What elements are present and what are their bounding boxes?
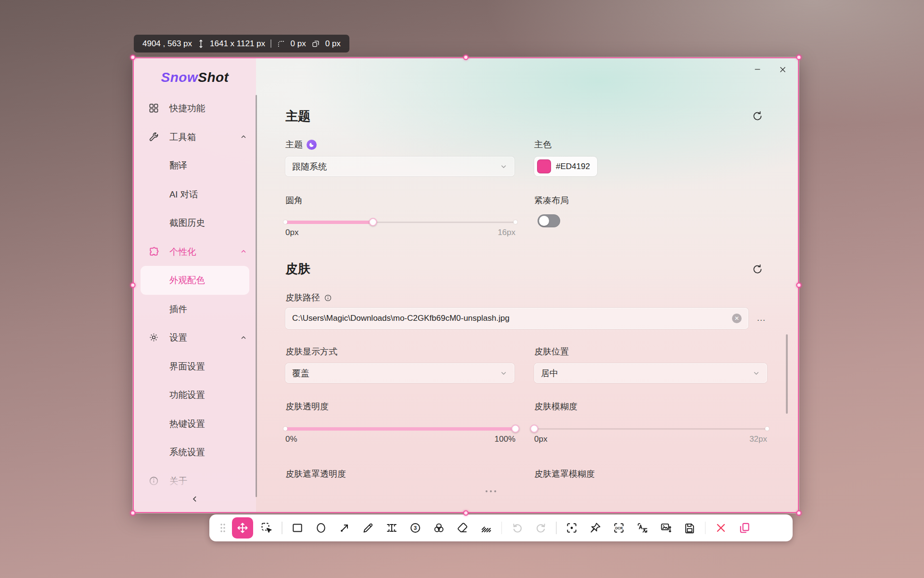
compact-layout-toggle[interactable]: [538, 214, 560, 227]
selection-handle-top-right[interactable]: [796, 55, 802, 60]
selection-handle-top-left[interactable]: [130, 55, 136, 60]
redo-button[interactable]: [529, 517, 552, 539]
slider-start-dot: [283, 220, 287, 224]
sidebar-item-label: AI 对话: [169, 188, 198, 200]
chevron-down-icon: [752, 369, 760, 377]
sidebar-item-toolbox[interactable]: 工具箱: [134, 123, 256, 152]
redo-icon: [535, 522, 547, 534]
selection-handle-bottom-left[interactable]: [130, 511, 136, 516]
close-icon: [779, 66, 787, 74]
selection-handle-mid-right[interactable]: [796, 283, 802, 288]
toolbar-drag-grip[interactable]: [215, 517, 231, 539]
blur-minmax: 0px 32px: [534, 434, 767, 444]
selection-handle-bottom-right[interactable]: [796, 511, 802, 516]
translate-button[interactable]: [631, 517, 654, 539]
ellipse-tool-button[interactable]: [309, 517, 333, 539]
blend-tool-button[interactable]: [427, 517, 451, 539]
text-tool-button[interactable]: [380, 517, 404, 539]
sidebar-item-function-settings[interactable]: 功能设置: [134, 381, 256, 409]
sidebar-item-system-settings[interactable]: 系统设置: [134, 438, 256, 467]
blur-max-label: 32px: [749, 434, 767, 444]
selection-handle-top-center[interactable]: [463, 55, 469, 60]
capture-dimensions: 1641 x 1121 px: [210, 39, 265, 49]
slider-knob[interactable]: [369, 218, 377, 226]
toggle-knob: [539, 216, 549, 226]
select-region-tool-button[interactable]: [255, 517, 278, 539]
capture-info-bar: 4904 , 563 px 1641 x 1121 px 0 px 0 px: [134, 35, 349, 53]
skin-display-select[interactable]: 覆盖: [285, 363, 514, 383]
undo-button[interactable]: [505, 517, 529, 539]
sidebar-item-ai-chat[interactable]: AI 对话: [134, 180, 256, 209]
sidebar-item-quick-functions[interactable]: 快捷功能: [134, 94, 256, 123]
sidebar-item-translate[interactable]: 翻译: [134, 151, 256, 180]
slider-track[interactable]: [534, 428, 767, 430]
eraser-icon: [456, 522, 469, 534]
skin-section-title: 皮肤: [285, 261, 310, 277]
pin-button[interactable]: [584, 517, 607, 539]
browse-file-button[interactable]: …: [754, 311, 769, 325]
radius-label: 圆角: [285, 195, 303, 206]
focus-capture-button[interactable]: [560, 517, 584, 539]
sidebar-item-personalization[interactable]: 个性化: [134, 237, 256, 266]
sidebar-item-plugins[interactable]: 插件: [134, 295, 256, 324]
sidebar-item-appearance[interactable]: 外观配色: [141, 266, 249, 295]
clear-icon[interactable]: ✕: [732, 314, 742, 323]
snowshot-settings-window[interactable]: SnowShot 快捷功能 工具箱 翻译 AI 对话: [133, 57, 799, 513]
eraser-tool-button[interactable]: [451, 517, 475, 539]
skin-reset-button[interactable]: [751, 263, 764, 276]
skin-display-value: 覆盖: [292, 368, 309, 379]
save-button[interactable]: [678, 517, 702, 539]
color-swatch[interactable]: [537, 159, 551, 173]
sidebar-item-label: 翻译: [169, 159, 187, 171]
divider: [270, 39, 271, 48]
move-tool-button[interactable]: [232, 517, 253, 539]
radius-slider[interactable]: [285, 218, 515, 226]
slider-knob[interactable]: [530, 425, 539, 433]
pen-tool-button[interactable]: [357, 517, 380, 539]
copy-button[interactable]: [732, 517, 756, 539]
serial-number-tool-button[interactable]: 3: [404, 517, 427, 539]
scroll-more-indicator: [486, 490, 496, 492]
sidebar-item-label: 工具箱: [169, 131, 196, 143]
shadow-value: 0 px: [325, 39, 341, 49]
selection-handle-mid-left[interactable]: [130, 283, 136, 288]
theme-select[interactable]: 跟随系统: [285, 157, 514, 176]
skin-opacity-slider[interactable]: [285, 424, 515, 433]
arrow-tool-button[interactable]: [333, 517, 357, 539]
sidebar-collapse-button[interactable]: [188, 492, 202, 506]
logo-snow: Snow: [161, 70, 198, 85]
sidebar-item-label: 个性化: [169, 246, 196, 258]
capture-position: 4904 , 563 px: [142, 39, 192, 49]
selection-handle-bottom-center[interactable]: [463, 511, 469, 516]
opacity-max-label: 100%: [495, 434, 515, 444]
skin-path-input[interactable]: C:\Users\Magic\Downloads\mo-C2GKfb69cM0-…: [285, 308, 748, 329]
hatch-tool-button[interactable]: [475, 517, 498, 539]
sidebar-item-hotkey-settings[interactable]: 热键设置: [134, 409, 256, 438]
app-logo: SnowShot: [134, 70, 256, 85]
scroll-capture-button[interactable]: [654, 517, 678, 539]
annotation-toolbar: 3 OCR: [209, 514, 793, 541]
dark-mode-moon-icon[interactable]: [307, 140, 317, 150]
primary-color-picker[interactable]: #ED4192: [534, 157, 597, 176]
gear-icon: [147, 331, 160, 344]
sidebar-item-label: 插件: [169, 303, 187, 315]
theme-reset-button[interactable]: [751, 109, 764, 123]
skin-position-select[interactable]: 居中: [534, 363, 767, 383]
sidebar-item-interface-settings[interactable]: 界面设置: [134, 352, 256, 381]
wrench-icon: [147, 131, 160, 143]
sidebar-item-settings[interactable]: 设置: [134, 323, 256, 352]
move-icon: [236, 522, 249, 534]
cancel-button[interactable]: [709, 517, 732, 539]
minimize-button[interactable]: [750, 62, 765, 77]
content-scrollbar[interactable]: [786, 334, 788, 414]
sidebar-item-screenshot-history[interactable]: 截图历史: [134, 209, 256, 237]
sidebar-scrollbar[interactable]: [256, 95, 257, 497]
ocr-button[interactable]: OCR: [607, 517, 631, 539]
rectangle-tool-button[interactable]: [286, 517, 309, 539]
close-button[interactable]: [775, 62, 790, 77]
skin-blur-slider[interactable]: [534, 424, 767, 433]
window-titlebar[interactable]: [256, 58, 798, 79]
serial-number-icon: 3: [409, 522, 422, 534]
slider-knob[interactable]: [512, 425, 520, 433]
copy-icon: [738, 522, 751, 534]
